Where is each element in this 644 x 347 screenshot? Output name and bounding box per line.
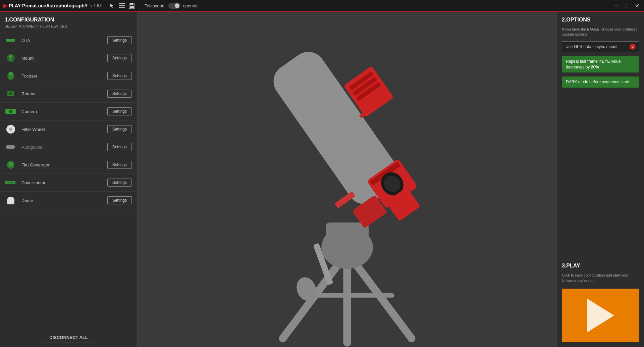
rotator-settings-button[interactable]: Settings xyxy=(107,90,132,98)
svg-point-13 xyxy=(9,92,12,95)
app-play-label: PLAY xyxy=(9,3,21,8)
flat-generator-settings-button[interactable]: Settings xyxy=(107,161,132,169)
svg-rect-48 xyxy=(334,191,356,208)
svg-rect-6 xyxy=(130,6,134,8)
autoguider-settings-button[interactable]: Settings xyxy=(107,143,132,151)
device-row-focuser: Focuser Settings xyxy=(0,67,137,85)
options-desc: If you have the EAGLE, choose your prefe… xyxy=(562,27,639,37)
svg-rect-18 xyxy=(6,145,15,149)
filter-wheel-name: Filter Wheel xyxy=(21,127,102,132)
svg-rect-5 xyxy=(130,3,133,5)
app-logo: ▶ PLAY PrimaLuceAstrophotographY xyxy=(3,2,88,9)
svg-point-17 xyxy=(9,128,12,131)
device-list: OTA Settings Mount Settings xyxy=(0,32,137,328)
center-area xyxy=(138,12,557,347)
svg-point-11 xyxy=(9,72,13,76)
play-section-desc: Click to save configuration and start yo… xyxy=(562,273,639,283)
rotator-name: Rotator xyxy=(21,91,102,96)
dome-icon xyxy=(5,195,16,206)
device-row-dome: Dome Settings xyxy=(0,192,137,209)
camera-icon xyxy=(5,106,16,117)
save-icon[interactable] xyxy=(129,3,135,9)
mount-settings-button[interactable]: Settings xyxy=(107,54,132,62)
cover-motor-icon xyxy=(5,177,16,188)
svg-point-20 xyxy=(9,162,13,166)
mount-icon xyxy=(5,53,16,63)
svg-rect-22 xyxy=(7,182,14,184)
left-panel: 1.CONFIGURATION SELECT/CONNECT YOUR DEVI… xyxy=(0,12,138,347)
device-row-flat-generator: Flat Generator Settings xyxy=(0,156,137,174)
device-row-filter-wheel: Filter Wheel Settings xyxy=(0,120,137,138)
right-panel: 2.OPTIONS If you have the EAGLE, choose … xyxy=(557,12,644,347)
device-row-cover-motor: Cover motor Settings xyxy=(0,174,137,192)
ota-settings-button[interactable]: Settings xyxy=(107,36,132,44)
dark-mode-button[interactable]: DARK mode before sequence starts xyxy=(562,77,639,88)
rotator-icon xyxy=(5,88,16,99)
minimize-button[interactable]: ─ xyxy=(612,2,620,10)
play-arrow-icon xyxy=(587,299,614,332)
focuser-icon xyxy=(5,70,16,81)
svg-rect-30 xyxy=(326,222,369,257)
close-button[interactable]: ✕ xyxy=(633,2,641,10)
svg-rect-2 xyxy=(119,5,125,6)
repeat-frame-button[interactable]: Repeat last frame if EYE value decreases… xyxy=(562,56,639,73)
svg-marker-0 xyxy=(110,3,113,8)
telescope-illustration xyxy=(138,12,557,347)
window-controls: ─ □ ✕ xyxy=(612,2,641,10)
device-row-ota: OTA Settings xyxy=(0,32,137,49)
device-row-mount: Mount Settings xyxy=(0,49,137,67)
main-content: 1.CONFIGURATION SELECT/CONNECT YOUR DEVI… xyxy=(0,12,644,347)
svg-rect-7 xyxy=(6,39,15,42)
cover-motor-name: Cover motor xyxy=(21,180,102,185)
svg-point-24 xyxy=(7,197,14,204)
telescope-info: Telescope: opened xyxy=(145,3,198,9)
svg-rect-3 xyxy=(119,7,125,8)
disconnect-all-button[interactable]: DISCONNECT ALL xyxy=(41,332,96,343)
dome-settings-button[interactable]: Settings xyxy=(107,196,132,204)
telescope-label: Telescope: xyxy=(145,3,165,8)
telescope-status: opened xyxy=(183,3,198,8)
config-subtitle: SELECT/CONNECT YOUR DEVICES xyxy=(0,24,137,32)
mount-name: Mount xyxy=(21,56,102,61)
gps-option-label: Use GPS data to sync mount - xyxy=(566,44,620,49)
device-row-autoguider: Autoguider Settings xyxy=(0,138,137,156)
dome-name: Dome xyxy=(21,198,102,203)
svg-point-9 xyxy=(9,55,12,58)
config-title: 1.CONFIGURATION xyxy=(0,12,137,24)
camera-name: Camera xyxy=(21,109,102,114)
ota-icon xyxy=(5,35,16,46)
maximize-button[interactable]: □ xyxy=(623,2,630,10)
camera-settings-button[interactable]: Settings xyxy=(107,107,132,115)
device-row-camera: Camera Settings xyxy=(0,103,137,120)
menu-icon[interactable] xyxy=(119,3,125,8)
autoguider-icon xyxy=(5,142,16,152)
svg-rect-1 xyxy=(119,3,125,4)
version-label: v 1.6.0 xyxy=(90,3,102,8)
flat-generator-name: Flat Generator xyxy=(21,162,102,167)
toolbar-icons xyxy=(109,3,135,9)
play-section-title: 3.PLAY xyxy=(562,263,639,269)
play-button[interactable] xyxy=(562,289,639,342)
cover-motor-settings-button[interactable]: Settings xyxy=(107,179,132,187)
autoguider-name: Autoguider xyxy=(21,145,102,150)
ota-name: OTA xyxy=(21,38,102,43)
app-name: PrimaLuceAstrophotographY xyxy=(22,3,88,8)
cursor-icon[interactable] xyxy=(109,3,115,9)
filter-wheel-icon xyxy=(5,124,16,135)
spacer xyxy=(562,92,639,256)
gps-badge: 0 xyxy=(630,44,636,50)
filter-wheel-settings-button[interactable]: Settings xyxy=(107,125,132,133)
gps-option-control[interactable]: Use GPS data to sync mount - 0 xyxy=(562,41,639,52)
flat-generator-icon xyxy=(5,159,16,170)
play-logo-icon: ▶ xyxy=(3,2,7,9)
titlebar: ▶ PLAY PrimaLuceAstrophotographY v 1.6.0… xyxy=(0,0,644,12)
options-title: 2.OPTIONS xyxy=(562,17,639,23)
focuser-settings-button[interactable]: Settings xyxy=(107,72,132,80)
focuser-name: Focuser xyxy=(21,73,102,79)
svg-point-15 xyxy=(9,110,12,113)
telescope-toggle[interactable] xyxy=(168,3,180,9)
device-row-rotator: Rotator Settings xyxy=(0,85,137,103)
